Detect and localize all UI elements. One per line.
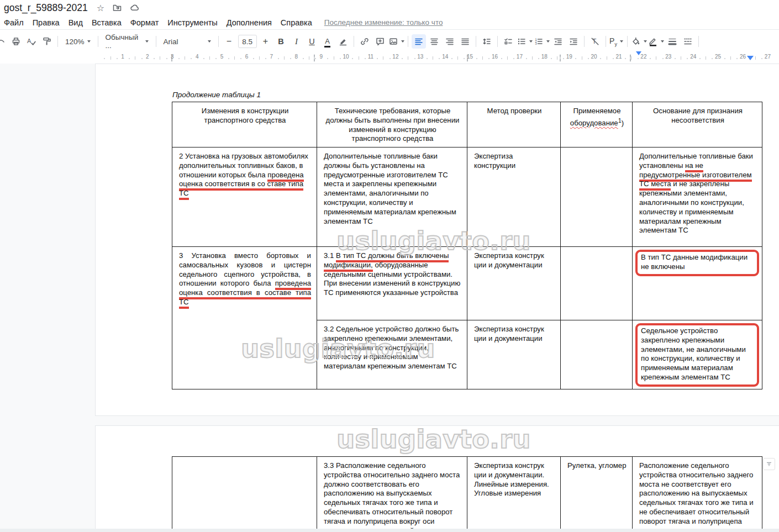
decrease-indent-button[interactable] [551, 34, 565, 49]
italic-button[interactable]: I [290, 34, 304, 49]
numbered-list-button[interactable]: 123 [534, 34, 550, 49]
cell-row31-equipment[interactable] [561, 247, 633, 320]
cell-row32-requirements[interactable]: 3.2 Седельное устройство должно быть зак… [317, 320, 467, 389]
chevron-down-icon [644, 40, 647, 43]
page-2[interactable]: 3.3 Расположение седельного устройства о… [95, 425, 779, 532]
table-column-marker[interactable] [630, 55, 631, 61]
cell-row33-method[interactable]: Экспертиза конструк ции и документации. … [467, 457, 561, 532]
align-right-button[interactable] [443, 34, 457, 49]
checklist-button[interactable] [501, 34, 515, 49]
move-folder-icon[interactable] [112, 3, 122, 13]
increase-indent-button[interactable] [566, 34, 581, 49]
cell-row33-requirements[interactable]: 3.3 Расположение седельного устройства о… [317, 457, 467, 532]
bulleted-list-button[interactable] [517, 34, 533, 49]
paint-format-button[interactable] [40, 34, 54, 49]
red-box-annotation: Седельное устройство закреплено крепежны… [635, 323, 759, 387]
menu-tools[interactable]: Инструменты [163, 18, 222, 27]
cell-row31-method[interactable]: Экспертиза конструк ции и документации [467, 247, 561, 320]
last-edit-link[interactable]: Последнее изменение: только что [324, 18, 443, 27]
svg-text:A: A [27, 38, 31, 44]
underline-button[interactable]: U [305, 34, 319, 49]
clear-formatting-button[interactable]: T [588, 34, 602, 49]
table-2[interactable]: 3.3 Расположение седельного устройства о… [172, 456, 762, 532]
menu-file[interactable]: Файл [0, 18, 28, 27]
chevron-down-icon [620, 40, 623, 43]
menubar: Файл Правка Вид Вставка Формат Инструмен… [0, 15, 779, 30]
table-column-marker[interactable] [560, 55, 561, 61]
border-width-button[interactable] [665, 34, 680, 49]
table-row[interactable]: 3 Установка вместо бортовых и самосвальн… [172, 247, 762, 320]
ruler[interactable]: 1234567891011121314151617181920212223242… [0, 52, 779, 64]
table-caption[interactable]: Продолжение таблицы 1 [172, 91, 261, 99]
table-1[interactable]: Изменения в конструкции транспортного ср… [172, 102, 762, 389]
menu-edit[interactable]: Правка [28, 18, 64, 27]
cell-row32-grounds[interactable]: Седельное устройство закреплено крепежны… [633, 320, 762, 389]
cell-row2-changes[interactable]: 2 Установка на грузовых автомобилях допо… [172, 148, 317, 247]
highlight-color-button[interactable] [336, 34, 350, 49]
toolbar: A 120% Обычный ... Arial − 8.5 + B I U A [0, 31, 779, 52]
header-cell-method[interactable]: Метод проверки [467, 102, 561, 148]
document-title[interactable]: gost_r_59889-2021 [4, 2, 88, 14]
table-controls-button[interactable] [763, 458, 775, 470]
funnel-icon [765, 460, 773, 468]
cell-row31-requirements[interactable]: 3.1 В тип ТС должны быть включены модифи… [317, 247, 467, 320]
cell-row2-grounds[interactable]: Дополнительные топливные баки установлен… [633, 148, 762, 247]
table-header-row[interactable]: Изменения в конструкции транспортного ср… [172, 102, 762, 148]
border-dash-button[interactable] [681, 34, 695, 49]
font-select[interactable]: Arial [160, 34, 215, 49]
cell-row33-grounds[interactable]: Расположение седельного устройства относ… [633, 457, 762, 532]
svg-text:3: 3 [535, 42, 536, 45]
styles-select[interactable]: Обычный ... [102, 34, 152, 49]
page-1[interactable]: Продолжение таблицы 1 Изменения в констр… [95, 64, 779, 416]
font-size-decrease-button[interactable]: − [222, 34, 236, 49]
font-size-increase-button[interactable]: + [259, 34, 273, 49]
cloud-status-icon[interactable] [130, 3, 140, 13]
text-color-button[interactable]: A [320, 34, 335, 49]
table-row[interactable]: 2 Установка на грузовых автомобилях допо… [172, 148, 762, 247]
table-row[interactable]: 3.3 Расположение седельного устройства о… [172, 457, 762, 532]
menu-insert[interactable]: Вставка [87, 18, 126, 27]
table-column-marker[interactable] [467, 55, 468, 61]
redo-icon[interactable] [0, 34, 8, 49]
align-justify-button[interactable] [458, 34, 472, 49]
menu-format[interactable]: Формат [126, 18, 164, 27]
cell-row2-equipment[interactable] [561, 148, 633, 247]
table-column-marker[interactable] [171, 55, 172, 61]
cell-row2-requirements[interactable]: Дополнительные топливные баки должны быт… [317, 148, 467, 247]
table-column-marker[interactable] [314, 55, 315, 61]
header-cell-requirements[interactable]: Технические требования, которые должны б… [317, 102, 467, 148]
header-cell-grounds[interactable]: Основание для признания несоответствия [633, 102, 762, 148]
pen-tool-button[interactable]: Py [609, 34, 624, 49]
menu-help[interactable]: Справка [276, 18, 317, 27]
line-spacing-button[interactable] [480, 34, 494, 49]
bold-button[interactable]: B [274, 34, 288, 49]
add-comment-button[interactable] [373, 34, 387, 49]
font-size-input[interactable]: 8.5 [238, 35, 257, 48]
align-center-button[interactable] [427, 34, 441, 49]
right-indent-marker[interactable] [747, 56, 754, 60]
spellcheck-button[interactable]: A [24, 34, 39, 49]
fill-color-button[interactable] [631, 34, 647, 49]
cell-row33-equipment[interactable]: Рулетка, угломер [561, 457, 633, 532]
print-button[interactable] [9, 34, 23, 49]
menu-view[interactable]: Вид [64, 18, 87, 27]
menu-addons[interactable]: Дополнения [222, 18, 276, 27]
horizontal-scrollbar[interactable] [0, 529, 779, 532]
cell-row31-grounds[interactable]: В тип ТС данные модификации не включены [633, 247, 762, 320]
titlebar: gost_r_59889-2021 ☆ [0, 0, 779, 15]
cell-row2-method[interactable]: Экспертиза конструкции [467, 148, 561, 247]
zoom-select[interactable]: 120% [61, 34, 94, 49]
border-color-button[interactable] [648, 34, 664, 49]
cell-row33-changes[interactable] [172, 457, 317, 532]
insert-image-button[interactable] [388, 34, 404, 49]
align-left-button[interactable] [412, 34, 426, 49]
cell-row32-method[interactable]: Экспертиза конструк ции и документации [467, 320, 561, 389]
insert-link-button[interactable] [357, 34, 372, 49]
chevron-down-icon [401, 40, 404, 43]
cell-row32-equipment[interactable] [561, 320, 633, 389]
star-icon[interactable]: ☆ [97, 3, 104, 13]
cell-row3-changes[interactable]: 3 Установка вместо бортовых и самосвальн… [172, 247, 317, 389]
red-box-annotation: В тип ТС данные модификации не включены [635, 250, 759, 276]
header-cell-equipment[interactable]: Применяемое оборудование1) [561, 102, 633, 148]
header-cell-changes[interactable]: Изменения в конструкции транспортного ср… [172, 102, 317, 148]
